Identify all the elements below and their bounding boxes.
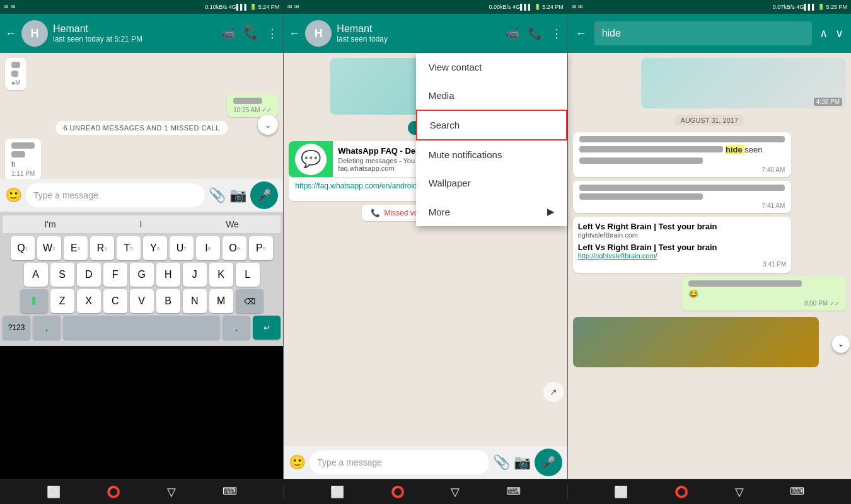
key-numbers[interactable]: ?123 bbox=[3, 316, 30, 340]
video-call-icon-2[interactable]: 📹 bbox=[506, 26, 519, 40]
key-z[interactable]: Z bbox=[50, 289, 74, 313]
attachment-button-1[interactable]: 📎 bbox=[209, 187, 226, 203]
nav-home-icon-1[interactable]: ⬜ bbox=[47, 485, 61, 499]
key-comma[interactable]: , bbox=[33, 316, 61, 340]
key-y[interactable]: Y6 bbox=[143, 236, 167, 260]
key-g[interactable]: G bbox=[130, 263, 154, 287]
key-k[interactable]: K bbox=[209, 263, 233, 287]
nav-back-icon-3[interactable]: ⭕ bbox=[674, 485, 688, 499]
key-o[interactable]: O9 bbox=[223, 236, 246, 260]
search-results-body: 4:38 PM AUGUST 31, 2017 hide seen 7:4 bbox=[568, 53, 851, 479]
key-t[interactable]: T5 bbox=[117, 236, 141, 260]
message-input-2[interactable]: Type a message bbox=[310, 450, 489, 474]
contact-name-2: Hemant bbox=[337, 23, 500, 35]
nav-home-icon-3[interactable]: ⬜ bbox=[614, 485, 628, 499]
search-result-link: Left Vs Right Brain | Test your brain ri… bbox=[573, 217, 792, 273]
suggestion-3[interactable]: We bbox=[226, 219, 239, 229]
key-p[interactable]: P0 bbox=[249, 236, 273, 260]
search-up-icon[interactable]: ∧ bbox=[819, 26, 828, 40]
link-result-title-2: Left Vs Right Brain | Test your brain bbox=[578, 243, 787, 252]
key-shift[interactable]: ⬆ bbox=[20, 289, 48, 313]
keyboard-row-2: A S D F G H J K L bbox=[3, 263, 281, 287]
suggestion-2[interactable]: I bbox=[139, 219, 142, 229]
back-button-1[interactable]: ← bbox=[5, 27, 16, 40]
share-button-2[interactable]: ↗ bbox=[543, 382, 564, 402]
nav-back-icon-1[interactable]: ⭕ bbox=[107, 485, 120, 499]
more-options-icon-1[interactable]: ⋮ bbox=[267, 26, 278, 40]
key-a[interactable]: A bbox=[24, 263, 48, 287]
search-result-time-4: 8:00 PM ✓✓ bbox=[688, 300, 840, 307]
key-s[interactable]: S bbox=[50, 263, 74, 287]
emoji-button-1[interactable]: 🙂 bbox=[5, 187, 22, 203]
dropdown-menu: View contact Media Search Mute notificat… bbox=[416, 53, 567, 226]
nav-keyboard-icon-2[interactable]: ⌨ bbox=[506, 485, 521, 499]
emoji-button-2[interactable]: 🙂 bbox=[289, 454, 306, 471]
key-b[interactable]: B bbox=[156, 289, 180, 313]
key-q[interactable]: Q1 bbox=[11, 236, 35, 260]
search-down-icon[interactable]: ∨ bbox=[835, 26, 843, 40]
nav-home-icon-2[interactable]: ⬜ bbox=[330, 485, 344, 499]
msg-time-1: ●M bbox=[11, 79, 20, 86]
search-input[interactable] bbox=[602, 28, 804, 39]
search-result-time-2: 7:41 AM bbox=[579, 202, 785, 209]
menu-item-view-contact[interactable]: View contact bbox=[416, 53, 567, 81]
back-button-2[interactable]: ← bbox=[289, 27, 300, 40]
menu-item-mute[interactable]: Mute notifications bbox=[416, 140, 567, 169]
nav-recent-icon-1[interactable]: ▽ bbox=[167, 485, 176, 499]
phone-icon-2[interactable]: 📞 bbox=[528, 26, 542, 40]
message-input-1[interactable]: Type a message bbox=[26, 183, 205, 207]
header-info-1: Hemant last seen today at 5:21 PM bbox=[53, 23, 216, 43]
key-w[interactable]: W2 bbox=[37, 236, 61, 260]
scroll-btn-3[interactable]: ⌄ bbox=[832, 335, 850, 353]
key-space[interactable] bbox=[63, 316, 220, 340]
nav-keyboard-icon-3[interactable]: ⌨ bbox=[790, 485, 804, 499]
sent-emoji: 😂 bbox=[688, 289, 840, 299]
camera-button-1[interactable]: 📷 bbox=[229, 187, 246, 203]
more-options-icon-2[interactable]: ⋮ bbox=[551, 26, 562, 40]
key-period[interactable]: . bbox=[223, 316, 250, 340]
key-x[interactable]: X bbox=[77, 289, 101, 313]
key-v[interactable]: V bbox=[130, 289, 154, 313]
attachment-button-2[interactable]: 📎 bbox=[493, 454, 510, 471]
menu-label-more: More bbox=[429, 207, 450, 217]
menu-item-media[interactable]: Media bbox=[416, 81, 567, 110]
mic-button-1[interactable]: 🎤 bbox=[250, 181, 278, 209]
nav-recent-icon-2[interactable]: ▽ bbox=[451, 485, 460, 499]
nav-back-icon-2[interactable]: ⭕ bbox=[391, 485, 405, 499]
key-u[interactable]: U7 bbox=[170, 236, 194, 260]
key-n[interactable]: N bbox=[183, 289, 207, 313]
key-c[interactable]: C bbox=[103, 289, 127, 313]
key-l[interactable]: L bbox=[236, 263, 260, 287]
scroll-down-button-1[interactable]: ⌄ bbox=[258, 115, 278, 135]
key-i[interactable]: I8 bbox=[196, 236, 220, 260]
menu-item-search[interactable]: Search bbox=[416, 110, 567, 140]
key-d[interactable]: D bbox=[77, 263, 101, 287]
keyboard-row-3: ⬆ Z X C V B N M ⌫ bbox=[3, 289, 281, 313]
menu-label-view-contact: View contact bbox=[429, 62, 482, 72]
key-enter[interactable]: ↵ bbox=[253, 316, 281, 340]
menu-item-more[interactable]: More ▶ bbox=[416, 197, 567, 226]
key-r[interactable]: R4 bbox=[90, 236, 114, 260]
camera-button-2[interactable]: 📷 bbox=[514, 454, 531, 471]
key-h[interactable]: H bbox=[156, 263, 180, 287]
suggestion-1[interactable]: I'm bbox=[44, 219, 55, 229]
key-backspace[interactable]: ⌫ bbox=[236, 289, 263, 313]
key-f[interactable]: F bbox=[103, 263, 127, 287]
status-icons-3: ✉ ✉ bbox=[572, 4, 584, 10]
link-result-url[interactable]: http://rightvsleftbrain.com/ bbox=[578, 252, 787, 260]
nav-recent-icon-3[interactable]: ▽ bbox=[735, 485, 744, 499]
back-button-3[interactable]: ← bbox=[576, 27, 587, 40]
panel-1: ← H Hemant last seen today at 5:21 PM 📹 … bbox=[0, 14, 284, 479]
highlighted-word-1: hide bbox=[726, 145, 744, 154]
key-e[interactable]: E3 bbox=[64, 236, 88, 260]
keyboard-row-4: ?123 , . ↵ bbox=[3, 316, 281, 340]
video-call-icon[interactable]: 📹 bbox=[221, 26, 235, 40]
menu-item-wallpaper[interactable]: Wallpaper bbox=[416, 169, 567, 197]
top-img-time: 4:38 PM bbox=[814, 98, 842, 106]
nav-keyboard-icon-1[interactable]: ⌨ bbox=[223, 485, 237, 499]
date-divider: AUGUST 31, 2017 bbox=[674, 115, 745, 126]
mic-button-2[interactable]: 🎤 bbox=[535, 449, 562, 476]
after-text-1: seen bbox=[744, 145, 762, 154]
key-m[interactable]: M bbox=[209, 289, 233, 313]
key-j[interactable]: J bbox=[183, 263, 207, 287]
